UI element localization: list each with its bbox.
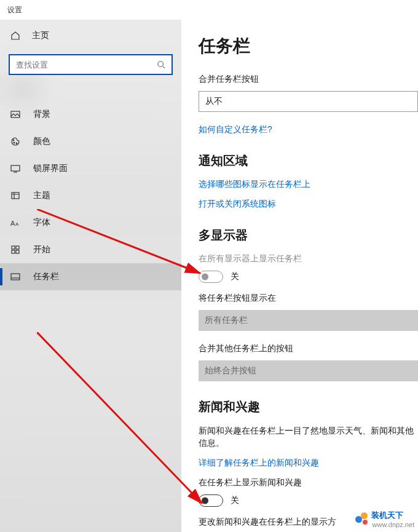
font-icon: AA: [10, 218, 21, 227]
change-news-display-label: 更改新闻和兴趣在任务栏上的显示方: [199, 517, 418, 528]
window-title: 设置: [7, 5, 22, 15]
sidebar-item-label: 颜色: [33, 136, 50, 147]
search-field[interactable]: [16, 60, 157, 69]
sidebar-item-taskbar[interactable]: 任务栏: [0, 263, 181, 290]
sidebar-item-fonts[interactable]: AA 字体: [0, 209, 181, 236]
svg-text:A: A: [15, 221, 19, 227]
svg-text:A: A: [10, 220, 15, 227]
home-label: 主页: [32, 30, 49, 41]
svg-rect-9: [12, 246, 15, 249]
sidebar-section-title: 个性化: [0, 84, 181, 101]
content-pane: 任务栏 合并任务栏按钮 从不 如何自定义任务栏? 通知区域 选择哪些图标显示在任…: [181, 20, 418, 532]
news-description: 新闻和兴趣在任务栏上一目了然地显示天气、新闻和其他信息。: [199, 425, 418, 449]
news-learn-more-link[interactable]: 详细了解任务栏上的新闻和兴趣: [199, 458, 418, 469]
theme-icon: [10, 191, 21, 200]
svg-point-3: [14, 142, 15, 143]
svg-rect-1: [11, 111, 20, 117]
show-news-label: 在任务栏上显示新闻和兴趣: [199, 477, 418, 488]
svg-point-2: [13, 140, 14, 141]
show-on-all-state: 关: [231, 271, 239, 282]
svg-rect-5: [11, 165, 20, 171]
page-title: 任务栏: [199, 34, 418, 58]
combine-dropdown[interactable]: 从不: [199, 91, 418, 112]
palette-icon: [10, 137, 21, 146]
svg-rect-6: [12, 193, 19, 199]
sidebar-item-label: 字体: [33, 217, 50, 228]
start-icon: [10, 245, 21, 255]
show-on-all-toggle: [199, 271, 223, 283]
customize-link[interactable]: 如何自定义任务栏?: [199, 124, 418, 135]
combine-other-dropdown: 始终合并按钮: [199, 360, 418, 381]
svg-rect-11: [12, 250, 15, 253]
show-news-toggle[interactable]: [199, 494, 223, 507]
show-news-state: 关: [231, 495, 239, 506]
svg-point-4: [16, 143, 17, 144]
image-icon: [10, 109, 21, 119]
svg-rect-12: [16, 250, 19, 253]
sidebar-item-lockscreen[interactable]: 锁屏界面: [0, 155, 181, 182]
home-icon: [10, 31, 21, 41]
notification-area-heading: 通知区域: [199, 153, 418, 169]
combine-value: 从不: [205, 96, 223, 107]
sidebar-item-label: 主题: [33, 190, 50, 201]
sidebar: 主页 个性化 背景 颜色 锁屏界面: [0, 20, 181, 532]
sidebar-item-label: 开始: [33, 244, 50, 255]
svg-point-0: [158, 62, 164, 67]
search-input[interactable]: [9, 54, 173, 75]
combine-other-label: 合并其他任务栏上的按钮: [199, 343, 418, 354]
select-icons-link[interactable]: 选择哪些图标显示在任务栏上: [199, 179, 418, 190]
system-icons-link[interactable]: 打开或关闭系统图标: [199, 199, 418, 210]
multidisplay-heading: 多显示器: [199, 227, 418, 244]
sidebar-item-label: 背景: [33, 109, 50, 120]
sidebar-item-label: 任务栏: [33, 271, 59, 282]
sidebar-item-themes[interactable]: 主题: [0, 182, 181, 209]
show-buttons-on-label: 将任务栏按钮显示在: [199, 293, 418, 304]
lockscreen-icon: [10, 164, 21, 173]
window-titlebar: 设置: [0, 0, 418, 20]
svg-rect-10: [16, 246, 19, 249]
news-heading: 新闻和兴趣: [199, 399, 418, 415]
sidebar-item-background[interactable]: 背景: [0, 101, 181, 128]
svg-rect-13: [11, 274, 20, 280]
search-icon: [157, 60, 165, 69]
home-nav[interactable]: 主页: [0, 23, 181, 48]
sidebar-item-start[interactable]: 开始: [0, 236, 181, 263]
taskbar-icon: [10, 272, 21, 282]
show-buttons-on-value: 所有任务栏: [205, 315, 248, 326]
combine-other-value: 始终合并按钮: [205, 365, 256, 376]
show-buttons-on-dropdown: 所有任务栏: [199, 310, 418, 331]
show-on-all-label: 在所有显示器上显示任务栏: [199, 253, 418, 264]
sidebar-item-colors[interactable]: 颜色: [0, 128, 181, 155]
sidebar-item-label: 锁屏界面: [33, 163, 68, 174]
combine-label: 合并任务栏按钮: [199, 74, 418, 85]
